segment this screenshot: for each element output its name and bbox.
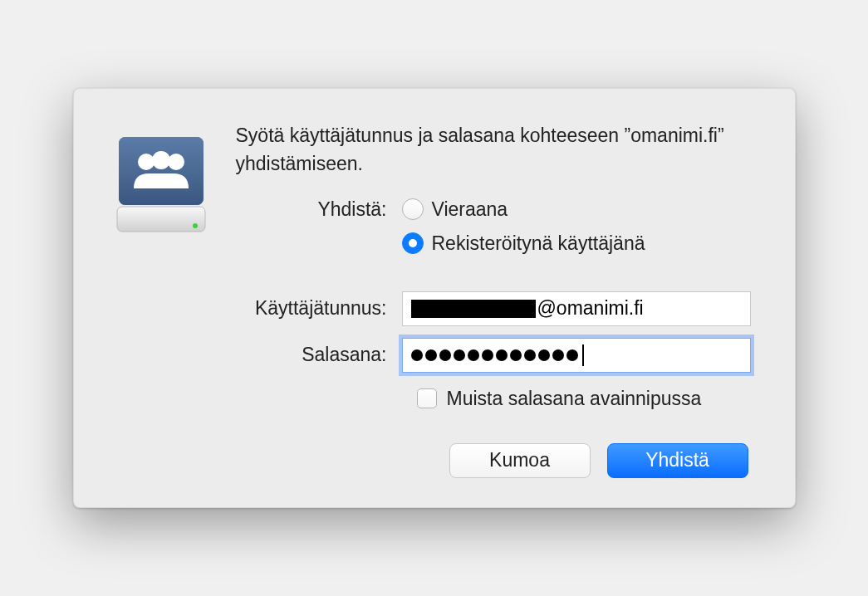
username-label: Käyttäjätunnus: [236, 297, 402, 320]
server-users-icon [115, 130, 207, 234]
username-input[interactable]: @omanimi.fi [402, 291, 751, 326]
svg-rect-5 [117, 207, 205, 232]
guest-radio-label: Vieraana [432, 198, 508, 221]
guest-radio[interactable]: Vieraana [402, 198, 645, 221]
registered-user-radio[interactable]: Rekisteröitynä käyttäjänä [402, 232, 645, 255]
svg-point-2 [138, 154, 154, 170]
password-input[interactable] [402, 338, 751, 373]
remember-password-checkbox[interactable]: Muista salasana avainnipussa [417, 388, 753, 410]
connect-button[interactable]: Yhdistä [607, 443, 748, 478]
remember-label: Muista salasana avainnipussa [447, 388, 702, 410]
username-suffix: @omanimi.fi [537, 297, 644, 320]
redacted-username [411, 300, 536, 318]
svg-point-3 [152, 151, 170, 169]
registered-radio-label: Rekisteröitynä käyttäjänä [432, 232, 645, 255]
password-label: Salasana: [236, 344, 402, 366]
checkbox-icon [417, 388, 437, 408]
radio-icon [402, 198, 424, 220]
connect-dialog: Syötä käyttäjätunnus ja salasana kohtees… [73, 88, 796, 508]
connect-as-label: Yhdistä: [236, 198, 402, 221]
svg-point-4 [168, 154, 184, 170]
svg-rect-1 [119, 137, 204, 205]
dialog-title: Syötä käyttäjätunnus ja salasana kohtees… [236, 122, 753, 178]
radio-icon [402, 232, 424, 254]
cancel-button[interactable]: Kumoa [449, 443, 591, 478]
svg-point-6 [193, 223, 198, 228]
